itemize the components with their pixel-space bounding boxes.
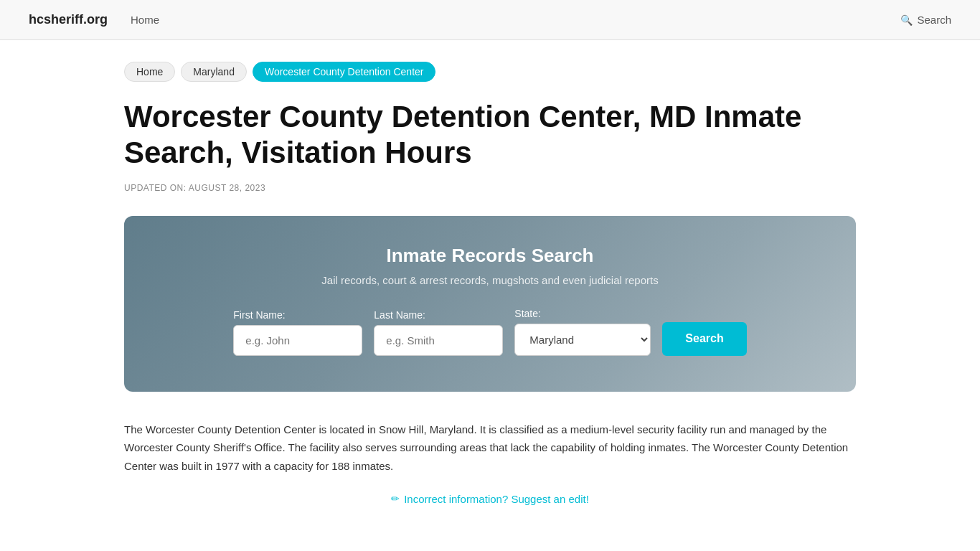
inmate-search-widget: Inmate Records Search Jail records, cour… — [124, 216, 856, 392]
header-left: hcsheriff.org Home — [29, 12, 159, 27]
first-name-group: First Name: — [233, 309, 362, 356]
widget-title: Inmate Records Search — [167, 245, 813, 267]
breadcrumb-link-home[interactable]: Home — [124, 62, 175, 82]
updated-date: UPDATED ON: AUGUST 28, 2023 — [124, 183, 856, 193]
state-group: State: Maryland Alabama Alaska Arizona A… — [514, 308, 651, 356]
breadcrumb-link-maryland[interactable]: Maryland — [181, 62, 247, 82]
edit-icon: ✏ — [391, 493, 400, 504]
breadcrumb-item-home: Home — [124, 62, 175, 82]
main-content: Home Maryland Worcester County Detention… — [95, 40, 885, 548]
nav-home-link[interactable]: Home — [131, 14, 159, 26]
site-header: hcsheriff.org Home 🔍 Search — [0, 0, 980, 40]
state-select[interactable]: Maryland Alabama Alaska Arizona Arkansas… — [514, 324, 651, 356]
header-search-label: Search — [917, 14, 951, 26]
suggest-edit-label: Incorrect information? Suggest an edit! — [404, 493, 589, 505]
page-title: Worcester County Detention Center, MD In… — [124, 99, 856, 171]
search-button[interactable]: Search — [662, 322, 746, 356]
first-name-input[interactable] — [233, 325, 362, 356]
search-form: First Name: Last Name: State: Maryland A… — [167, 308, 813, 356]
widget-subtitle: Jail records, court & arrest records, mu… — [167, 274, 813, 286]
last-name-label: Last Name: — [374, 309, 425, 321]
search-icon: 🔍 — [900, 14, 913, 26]
header-search-button[interactable]: 🔍 Search — [900, 14, 951, 26]
updated-date-value: AUGUST 28, 2023 — [189, 183, 265, 193]
suggest-edit-link[interactable]: ✏ Incorrect information? Suggest an edit… — [391, 493, 589, 505]
breadcrumb-item-maryland: Maryland — [181, 62, 247, 82]
last-name-group: Last Name: — [374, 309, 503, 356]
site-logo[interactable]: hcsheriff.org — [29, 12, 108, 27]
first-name-label: First Name: — [233, 309, 285, 321]
breadcrumb: Home Maryland Worcester County Detention… — [124, 62, 856, 82]
breadcrumb-link-current[interactable]: Worcester County Detention Center — [253, 62, 436, 82]
state-label: State: — [514, 308, 541, 319]
breadcrumb-item-current: Worcester County Detention Center — [253, 62, 436, 82]
last-name-input[interactable] — [374, 325, 503, 356]
facility-description: The Worcester County Detention Center is… — [124, 420, 856, 476]
updated-prefix: UPDATED ON: — [124, 183, 187, 193]
suggest-edit-section: ✏ Incorrect information? Suggest an edit… — [124, 492, 856, 505]
